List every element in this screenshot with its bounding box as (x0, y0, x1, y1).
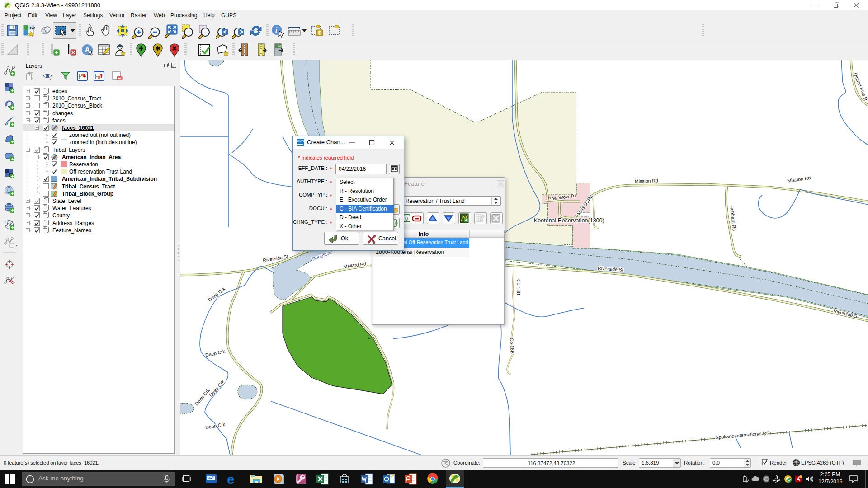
svg-text:Co 18B: Co 18B (516, 279, 521, 295)
svg-text:Co 18B: Co 18B (509, 338, 515, 354)
svg-text:Spokane International RR: Spokane International RR (715, 430, 770, 440)
svg-text:e: e (227, 472, 235, 486)
svg-text:N: N (278, 45, 281, 48)
svg-text:1W: 1W (29, 26, 35, 30)
svg-text:Deep Crk: Deep Crk (205, 348, 226, 358)
svg-text:0: 0 (405, 216, 408, 221)
svg-text:i: i (275, 26, 278, 34)
svg-text:0: 0 (395, 221, 398, 226)
svg-text:Kootenai Reservation(1800): Kootenai Reservation(1800) (534, 217, 604, 224)
svg-text:Mission Rd: Mission Rd (635, 178, 658, 184)
svg-text:Mission Rd: Mission Rd (787, 175, 811, 183)
svg-text:Deep Crk: Deep Crk (208, 379, 225, 398)
svg-text:Deep Crk: Deep Crk (205, 421, 226, 430)
